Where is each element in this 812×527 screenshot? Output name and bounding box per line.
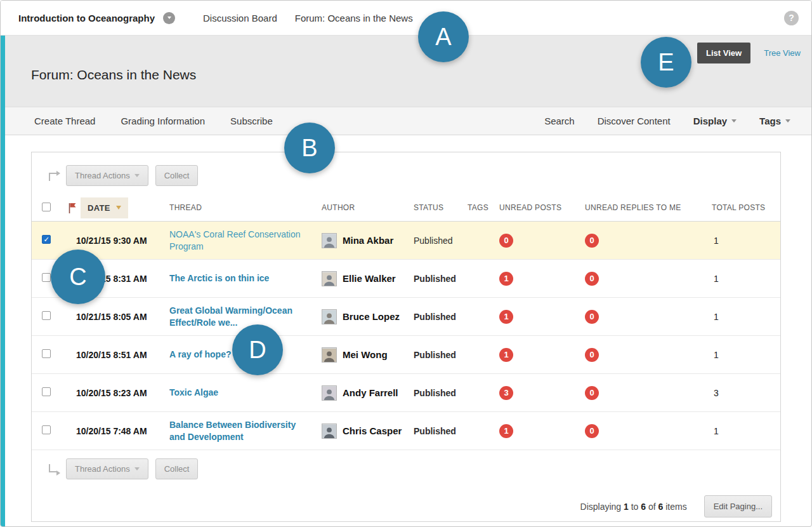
display-menu-label: Display: [693, 116, 727, 126]
create-thread-button[interactable]: Create Thread: [34, 116, 95, 126]
main-content: Thread Actions Collect DATE THREAD AUTHO…: [1, 135, 811, 522]
displaying-items-word: items: [665, 502, 686, 512]
unread-posts-badge[interactable]: 0: [499, 234, 513, 248]
annotation-callout-c: C: [51, 250, 105, 304]
grading-information-button[interactable]: Grading Information: [121, 116, 205, 126]
chevron-down-icon: [134, 467, 140, 470]
apply-to-selection-arrow-icon: [48, 464, 59, 474]
date-sort-header[interactable]: DATE: [81, 197, 128, 218]
chevron-down-icon: [167, 17, 171, 19]
table-row: 10/20/15 8:51 AM A ray of hope? Mei Wong…: [32, 336, 780, 374]
thread-link[interactable]: A ray of hope?: [169, 349, 242, 361]
author-avatar: [322, 424, 337, 439]
author-avatar: [322, 347, 337, 363]
thread-link[interactable]: NOAA's Coral Reef Conservation Program: [169, 229, 322, 253]
author-name: Mei Wong: [343, 349, 388, 360]
select-all-checkbox[interactable]: [42, 203, 51, 211]
discover-content-button[interactable]: Discover Content: [598, 116, 671, 126]
chevron-down-icon: [134, 174, 140, 177]
thread-actions-button[interactable]: Thread Actions: [66, 165, 148, 186]
unread-posts-header[interactable]: UNREAD POSTS: [499, 203, 585, 212]
list-view-button[interactable]: List View: [697, 43, 750, 63]
total-posts-header[interactable]: TOTAL POSTS: [712, 203, 780, 212]
unread-replies-badge[interactable]: 0: [585, 272, 599, 286]
tags-header[interactable]: TAGS: [468, 203, 499, 212]
help-icon[interactable]: ?: [784, 11, 799, 25]
edit-paging-button[interactable]: Edit Paging...: [704, 495, 772, 517]
thread-date: 10/20/15 7:48 AM: [60, 426, 169, 436]
author-avatar: [322, 309, 337, 324]
thread-status: Published: [414, 274, 468, 284]
row-checkbox[interactable]: [42, 425, 51, 434]
displaying-to-word: to: [631, 502, 639, 512]
unread-replies-header[interactable]: UNREAD REPLIES TO ME: [585, 203, 712, 212]
breadcrumb-current-forum: Forum: Oceans in the News: [295, 13, 413, 23]
row-checkbox[interactable]: [42, 235, 51, 244]
table-row: 10/21/15 9:30 AM NOAA's Coral Reef Conse…: [32, 222, 780, 260]
unread-replies-badge[interactable]: 0: [585, 424, 599, 438]
subscribe-button[interactable]: Subscribe: [230, 116, 273, 126]
unread-replies-badge[interactable]: 0: [585, 386, 599, 400]
flag-icon[interactable]: [69, 203, 76, 213]
unread-posts-badge[interactable]: 3: [499, 386, 513, 400]
total-posts: 1: [712, 350, 780, 360]
author-name: Ellie Walker: [343, 273, 396, 284]
paging-footer: Displaying 1 to 6 of 6 items Edit Paging…: [32, 488, 780, 517]
unread-replies-badge[interactable]: 0: [585, 310, 599, 324]
thread-toolbar-bottom: Thread Actions Collect: [32, 450, 780, 488]
tree-view-link[interactable]: Tree View: [764, 48, 801, 58]
unread-posts-badge[interactable]: 1: [499, 424, 513, 438]
collect-button[interactable]: Collect: [155, 458, 199, 479]
date-header-label: DATE: [88, 203, 110, 213]
row-checkbox[interactable]: [42, 311, 51, 320]
annotation-callout-e: E: [641, 37, 691, 88]
blackboard-forum-page: Introduction to Oceanography Discussion …: [0, 0, 812, 527]
author-header[interactable]: AUTHOR: [322, 203, 414, 212]
apply-to-selection-arrow-icon: [48, 170, 59, 181]
unread-posts-badge[interactable]: 1: [499, 310, 513, 324]
unread-posts-badge[interactable]: 1: [499, 348, 513, 362]
thread-actions-label: Thread Actions: [75, 171, 130, 180]
row-checkbox[interactable]: [42, 349, 51, 358]
total-posts: 1: [712, 312, 780, 322]
total-posts: 1: [712, 274, 780, 284]
breadcrumb-discussion-board[interactable]: Discussion Board: [203, 13, 277, 23]
breadcrumb: Introduction to Oceanography Discussion …: [1, 1, 811, 36]
table-row: 10/20/15 8:23 AM Toxic Algae Andy Farrel…: [32, 374, 780, 412]
thread-link[interactable]: Toxic Algae: [169, 387, 228, 399]
thread-actions-button[interactable]: Thread Actions: [66, 458, 148, 479]
displaying-summary: Displaying 1 to 6 of 6 items: [580, 502, 687, 512]
thread-status: Published: [414, 426, 468, 436]
display-menu-button[interactable]: Display: [693, 116, 737, 126]
author-avatar: [322, 271, 337, 286]
course-menu-chevron-icon[interactable]: [163, 12, 175, 24]
author-avatar: [322, 233, 337, 248]
unread-posts-badge[interactable]: 1: [499, 272, 513, 286]
author-avatar: [322, 385, 337, 401]
displaying-total: 6: [658, 502, 664, 512]
author-name: Andy Farrell: [343, 387, 398, 398]
unread-replies-badge[interactable]: 0: [585, 234, 599, 248]
thread-actions-label: Thread Actions: [75, 464, 130, 474]
unread-replies-badge[interactable]: 0: [585, 348, 599, 362]
action-bar-left: Create Thread Grading Information Subscr…: [34, 116, 273, 126]
thread-link[interactable]: Great Global Warming/Ocean Effect/Role w…: [169, 305, 322, 329]
annotation-callout-b: B: [284, 123, 335, 173]
table-header-row: DATE THREAD AUTHOR STATUS TAGS UNREAD PO…: [32, 194, 780, 222]
thread-header[interactable]: THREAD: [169, 203, 322, 212]
collect-button[interactable]: Collect: [155, 165, 199, 186]
thread-link[interactable]: The Arctic is on thin ice: [169, 272, 279, 284]
status-header[interactable]: STATUS: [414, 203, 468, 212]
total-posts: 1: [712, 236, 780, 246]
left-accent-strip: [1, 36, 5, 526]
tags-menu-button[interactable]: Tags: [759, 116, 790, 126]
displaying-of-word: of: [648, 502, 656, 512]
thread-date: 10/20/15 8:23 AM: [60, 388, 169, 398]
annotation-callout-a: A: [418, 11, 469, 62]
search-button[interactable]: Search: [544, 116, 575, 126]
row-checkbox[interactable]: [42, 387, 51, 396]
action-bar-right: Search Discover Content Display Tags: [544, 116, 790, 126]
course-title: Introduction to Oceanography: [18, 13, 155, 23]
row-checkbox[interactable]: [42, 273, 51, 282]
thread-link[interactable]: Balance Between Biodiversity and Develop…: [169, 419, 322, 443]
